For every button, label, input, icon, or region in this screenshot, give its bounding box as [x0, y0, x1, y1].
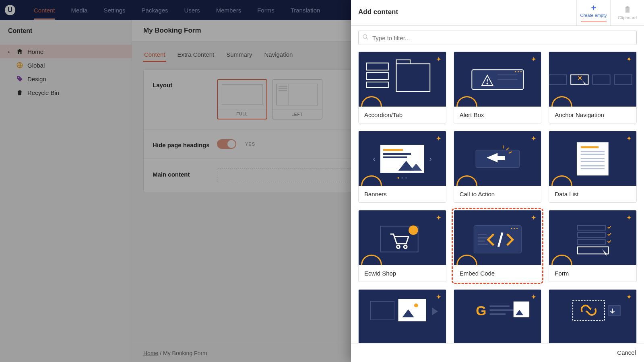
svg-rect-66: [489, 313, 505, 315]
svg-point-30: [405, 177, 407, 179]
card-label: Embed Code: [454, 265, 541, 282]
modal-scrim[interactable]: [0, 0, 351, 362]
svg-point-54: [514, 228, 515, 229]
svg-rect-50: [478, 241, 485, 242]
clipboard-icon: [623, 6, 632, 14]
card-call-to-action[interactable]: ✦ Call to Action: [454, 131, 542, 203]
svg-point-29: [401, 177, 403, 179]
card-anchor-navigation[interactable]: ✦ Anchor Navigation: [549, 51, 637, 123]
flyout-title: Add content: [351, 0, 576, 25]
card-accordion-tab[interactable]: ✦ Accordion/Tab: [358, 51, 446, 123]
svg-rect-3: [626, 6, 628, 7]
card-image-gallery[interactable]: ✦: [358, 289, 446, 343]
svg-rect-38: [581, 154, 605, 155]
card-data-list[interactable]: ✦ Data List: [549, 131, 637, 203]
svg-point-10: [487, 83, 487, 84]
card-label: Call to Action: [454, 186, 541, 202]
svg-rect-23: [383, 149, 403, 151]
svg-rect-57: [578, 232, 605, 237]
card-banners[interactable]: ✦ ‹› Banners: [358, 131, 446, 203]
svg-text:›: ›: [429, 154, 432, 163]
svg-point-45: [404, 245, 407, 249]
content-type-grid: ✦ Accordion/Tab ✦ Alert Box ✦: [358, 51, 637, 343]
svg-point-4: [363, 35, 367, 38]
svg-text:G: G: [476, 303, 486, 318]
svg-point-28: [397, 177, 399, 179]
svg-point-62: [414, 303, 418, 307]
svg-rect-49: [478, 237, 490, 239]
svg-point-44: [397, 245, 400, 249]
card-ecwid-shop[interactable]: ✦ Ecwid Shop: [358, 210, 446, 282]
card-embed-code[interactable]: ✦ Embed Code: [454, 210, 542, 282]
svg-rect-48: [478, 234, 487, 235]
card-link-block[interactable]: ✦: [549, 289, 637, 343]
svg-rect-37: [581, 151, 605, 152]
svg-rect-7: [367, 82, 388, 88]
add-content-flyout: Add content ＋ Create empty Clipboard ✦: [351, 0, 644, 362]
svg-rect-68: [573, 301, 605, 321]
card-label: Form: [549, 265, 636, 282]
card-label: Data List: [549, 186, 636, 202]
search-icon: [362, 34, 369, 42]
svg-rect-47: [474, 225, 521, 253]
svg-point-55: [516, 228, 518, 229]
svg-rect-16: [549, 75, 566, 84]
svg-rect-51: [478, 244, 488, 245]
svg-rect-69: [609, 305, 621, 316]
card-google-block[interactable]: ✦ G: [454, 289, 542, 343]
create-empty-label: Create empty: [580, 13, 607, 18]
svg-point-14: [518, 71, 519, 72]
svg-text:‹: ‹: [373, 154, 376, 163]
svg-rect-58: [578, 240, 605, 245]
filter-input[interactable]: [358, 31, 637, 45]
svg-point-13: [515, 71, 516, 72]
svg-rect-2: [625, 7, 630, 12]
svg-rect-17: [571, 75, 588, 84]
card-label: Accordion/Tab: [359, 107, 446, 123]
cancel-button[interactable]: Cancel: [617, 349, 636, 356]
card-label: Anchor Navigation: [549, 107, 636, 123]
svg-rect-24: [383, 153, 411, 155]
svg-line-32: [506, 148, 509, 150]
plus-icon: ＋: [590, 3, 598, 11]
svg-rect-18: [593, 75, 610, 84]
svg-rect-25: [383, 156, 407, 158]
svg-rect-64: [489, 305, 509, 307]
svg-rect-36: [581, 146, 599, 148]
svg-point-46: [409, 225, 418, 235]
svg-rect-41: [581, 165, 605, 167]
card-label: Ecwid Shop: [359, 265, 446, 282]
card-label: Banners: [359, 186, 446, 202]
svg-rect-60: [371, 302, 394, 320]
svg-point-53: [511, 228, 512, 229]
svg-rect-5: [367, 63, 388, 70]
svg-rect-59: [578, 247, 609, 254]
clipboard-button[interactable]: Clipboard: [610, 0, 644, 25]
svg-rect-42: [581, 168, 605, 169]
clipboard-label: Clipboard: [618, 15, 637, 20]
svg-rect-65: [489, 309, 513, 311]
card-form[interactable]: ✦ Form: [549, 210, 637, 282]
svg-rect-40: [581, 161, 605, 162]
svg-rect-39: [581, 158, 605, 159]
card-label: Alert Box: [454, 107, 541, 123]
svg-rect-6: [367, 72, 388, 80]
svg-rect-56: [578, 225, 605, 230]
svg-point-15: [520, 71, 522, 72]
create-empty-button[interactable]: ＋ Create empty: [576, 0, 610, 25]
card-alert-box[interactable]: ✦ Alert Box: [454, 51, 542, 123]
svg-rect-61: [398, 299, 426, 321]
svg-rect-19: [615, 75, 632, 84]
